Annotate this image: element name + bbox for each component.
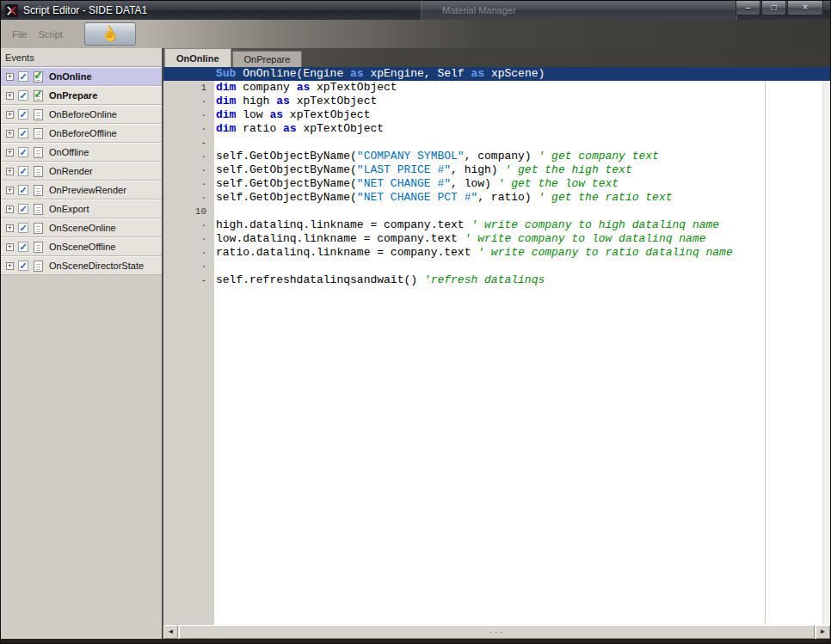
event-row-onoffline[interactable]: +✓OnOffline: [1, 143, 162, 162]
checkmark-icon: ✓: [19, 224, 27, 232]
code-line[interactable]: 1dim company as xpTextObject: [163, 81, 830, 95]
event-row-onprepare[interactable]: +✓✓OnPrepare: [1, 86, 162, 105]
script-doc-icon: [33, 222, 45, 235]
code-lines: 1dim company as xpTextObject·dim high as…: [163, 81, 830, 287]
event-checkbox[interactable]: ✓: [18, 90, 28, 101]
expand-toggle[interactable]: +: [6, 168, 14, 175]
event-checkbox[interactable]: ✓: [18, 223, 28, 233]
line-number: ·: [163, 122, 214, 136]
event-row-onbeforeonline[interactable]: +✓OnBeforeOnline: [1, 105, 162, 124]
horizontal-scrollbar[interactable]: ◄ ··· ►: [163, 625, 830, 639]
line-number: ·: [163, 150, 214, 163]
hand-cursor-icon: ☝: [99, 23, 121, 44]
script-doc-icon: ✓: [33, 71, 45, 83]
code-line[interactable]: ·ratio.datalinq.linkname = company.text …: [163, 246, 830, 260]
code-line[interactable]: 10: [163, 205, 830, 218]
run-script-button[interactable]: ☝: [84, 22, 136, 46]
event-checkbox[interactable]: ✓: [18, 109, 28, 120]
menu-script[interactable]: Script: [39, 29, 63, 40]
event-checkbox[interactable]: ✓: [18, 147, 28, 157]
event-row-onscenedirectorstate[interactable]: +✓OnSceneDirectorState: [1, 256, 162, 275]
titlebar[interactable]: Script Editor - SIDE DATA1 Material Mana…: [1, 1, 830, 20]
script-doc-icon: ✓: [33, 89, 45, 102]
code-line[interactable]: ·dim low as xpTextObject: [163, 108, 830, 122]
expand-toggle[interactable]: +: [6, 224, 14, 232]
scroll-right-button[interactable]: ►: [816, 625, 830, 639]
event-checkbox[interactable]: ✓: [18, 261, 28, 271]
code-line[interactable]: ·dim high as xpTextObject: [163, 95, 830, 108]
event-label: OnPrepare: [49, 90, 97, 101]
expand-toggle[interactable]: +: [6, 130, 14, 138]
event-checkbox[interactable]: ✓: [18, 128, 28, 138]
line-number: ·: [163, 95, 214, 108]
line-number: ·: [163, 177, 214, 191]
tab-ononline[interactable]: OnOnline: [164, 48, 231, 67]
event-row-onsceneoffline[interactable]: +✓OnSceneOffline: [1, 237, 162, 256]
expand-toggle[interactable]: +: [6, 205, 14, 213]
expand-toggle[interactable]: +: [6, 92, 14, 100]
event-checkbox[interactable]: ✓: [18, 166, 28, 176]
code-line[interactable]: -: [163, 136, 830, 150]
line-number: ·: [163, 218, 214, 232]
sub-declaration-line: Sub OnOnline(Engine as xpEngine, Self as…: [163, 67, 830, 81]
tab-onprepare[interactable]: OnPrepare: [232, 51, 303, 67]
menu-file[interactable]: File: [12, 29, 28, 40]
checkmark-icon: ✓: [19, 129, 27, 138]
script-doc-icon: [33, 108, 45, 121]
main-body: Events +✓✓OnOnline+✓✓OnPrepare+✓OnBefore…: [1, 48, 830, 639]
expand-toggle[interactable]: +: [6, 111, 14, 119]
scrollbar-thumb[interactable]: ···: [179, 625, 815, 639]
code-line[interactable]: ·high.datalinq.linkname = company.text '…: [163, 218, 830, 232]
events-list: +✓✓OnOnline+✓✓OnPrepare+✓OnBeforeOnline+…: [1, 67, 162, 275]
event-checkbox[interactable]: ✓: [18, 242, 28, 252]
event-label: OnSceneOffline: [49, 242, 115, 252]
expand-toggle[interactable]: +: [6, 149, 14, 156]
checkmark-icon: ✓: [19, 242, 27, 251]
code-body[interactable]: 1dim company as xpTextObject·dim high as…: [163, 81, 830, 625]
script-doc-icon: [33, 184, 45, 197]
script-editor-window: Script Editor - SIDE DATA1 Material Mana…: [0, 0, 831, 644]
event-label: OnExport: [49, 204, 89, 214]
minimize-button[interactable]: –: [736, 1, 760, 15]
background-window-title: Material Manager: [442, 5, 516, 15]
window-controls: – □ ×: [735, 1, 823, 15]
checkmark-icon: ✓: [19, 148, 27, 156]
event-row-onexport[interactable]: +✓OnExport: [1, 199, 162, 218]
scroll-left-button[interactable]: ◄: [163, 625, 178, 639]
event-row-ononline[interactable]: +✓✓OnOnline: [1, 67, 162, 86]
event-row-onsceneonline[interactable]: +✓OnSceneOnline: [1, 218, 162, 237]
event-row-onpreviewrender[interactable]: +✓OnPreviewRender: [1, 181, 162, 199]
event-row-onrender[interactable]: +✓OnRender: [1, 162, 162, 181]
expand-toggle[interactable]: +: [6, 243, 14, 251]
background-window-titlebar: Material Manager: [421, 1, 737, 20]
window-bottom-edge: [1, 639, 830, 644]
code-line[interactable]: ·dim ratio as xpTextObject: [163, 122, 830, 136]
script-doc-icon: [33, 127, 45, 140]
code-line[interactable]: ·self.GetObjectByName("NET CHANGE #", lo…: [163, 177, 830, 191]
checkmark-icon: ✓: [19, 110, 27, 119]
script-doc-icon: [33, 241, 45, 254]
code-line[interactable]: -self.refreshdatalinqsandwait() 'refresh…: [163, 273, 830, 287]
events-panel: Events +✓✓OnOnline+✓✓OnPrepare+✓OnBefore…: [1, 48, 163, 639]
code-line[interactable]: ·low.datalinq.linkname = company.text ' …: [163, 232, 830, 246]
vertical-scrollbar[interactable]: [822, 81, 830, 625]
line-number: ·: [163, 108, 214, 122]
maximize-button[interactable]: □: [761, 1, 786, 15]
event-label: OnPreviewRender: [49, 185, 126, 195]
code-line[interactable]: ·self.GetObjectByName("NET CHANGE PCT #"…: [163, 191, 830, 205]
checkmark-icon: ✓: [19, 72, 27, 81]
code-line[interactable]: ·self.GetObjectByName("LAST PRICE #", hi…: [163, 163, 830, 177]
event-checkbox[interactable]: ✓: [18, 185, 28, 195]
expand-toggle[interactable]: +: [6, 262, 14, 270]
events-panel-header: Events: [1, 48, 162, 67]
expand-toggle[interactable]: +: [6, 73, 14, 81]
code-line[interactable]: ·self.GetObjectByName("COMPANY SYMBOL", …: [163, 150, 830, 163]
checkmark-icon: ✓: [19, 205, 27, 213]
event-checkbox[interactable]: ✓: [18, 71, 28, 82]
event-checkbox[interactable]: ✓: [18, 204, 28, 214]
event-row-onbeforeoffline[interactable]: +✓OnBeforeOffline: [1, 124, 162, 143]
expand-toggle[interactable]: +: [6, 187, 14, 194]
code-line[interactable]: ·: [163, 260, 830, 273]
line-number: ·: [163, 163, 214, 177]
close-button[interactable]: ×: [787, 1, 823, 15]
